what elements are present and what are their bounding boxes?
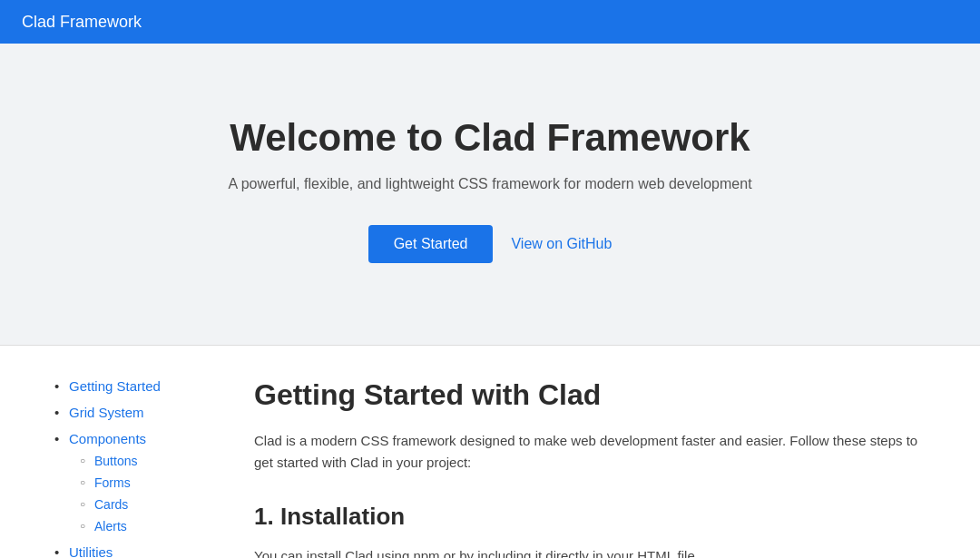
sidebar-item-cards: Cards	[80, 497, 218, 512]
sidebar-link-forms[interactable]: Forms	[94, 475, 131, 490]
navbar: Clad Framework	[0, 0, 980, 44]
sidebar: Getting Started Grid System Components B…	[54, 375, 218, 558]
sidebar-item-getting-started: Getting Started	[54, 378, 218, 394]
sidebar-link-alerts[interactable]: Alerts	[94, 519, 127, 534]
sidebar-link-buttons[interactable]: Buttons	[94, 454, 137, 468]
sidebar-item-components: Components Buttons Forms Cards Alerts	[54, 431, 218, 534]
hero-buttons: Get Started View on GitHub	[368, 225, 612, 263]
sidebar-subnav-components: Buttons Forms Cards Alerts	[69, 454, 218, 534]
sidebar-link-cards[interactable]: Cards	[94, 497, 128, 512]
installation-heading: 1. Installation	[254, 503, 926, 531]
sidebar-link-grid-system[interactable]: Grid System	[69, 405, 144, 420]
github-link[interactable]: View on GitHub	[511, 236, 612, 252]
hero-title: Welcome to Clad Framework	[230, 116, 750, 160]
get-started-button[interactable]: Get Started	[368, 225, 494, 263]
sidebar-item-utilities: Utilities	[54, 544, 218, 558]
installation-description: You can install Clad using npm or by inc…	[254, 545, 926, 558]
sidebar-link-components[interactable]: Components	[69, 431, 146, 446]
sidebar-item-grid-system: Grid System	[54, 405, 218, 420]
sidebar-item-forms: Forms	[80, 475, 218, 490]
hero-subtitle: A powerful, flexible, and lightweight CS…	[228, 176, 751, 192]
main-heading: Getting Started with Clad	[254, 378, 926, 412]
content-area: Getting Started Grid System Components B…	[0, 346, 980, 558]
navbar-brand[interactable]: Clad Framework	[22, 13, 142, 32]
main-intro-text: Clad is a modern CSS framework designed …	[254, 430, 926, 474]
main-content: Getting Started with Clad Clad is a mode…	[254, 375, 926, 558]
sidebar-link-utilities[interactable]: Utilities	[69, 544, 113, 558]
sidebar-nav: Getting Started Grid System Components B…	[54, 378, 218, 558]
sidebar-item-buttons: Buttons	[80, 454, 218, 468]
hero-section: Welcome to Clad Framework A powerful, fl…	[0, 44, 980, 345]
sidebar-item-alerts: Alerts	[80, 519, 218, 534]
sidebar-link-getting-started[interactable]: Getting Started	[69, 378, 161, 394]
